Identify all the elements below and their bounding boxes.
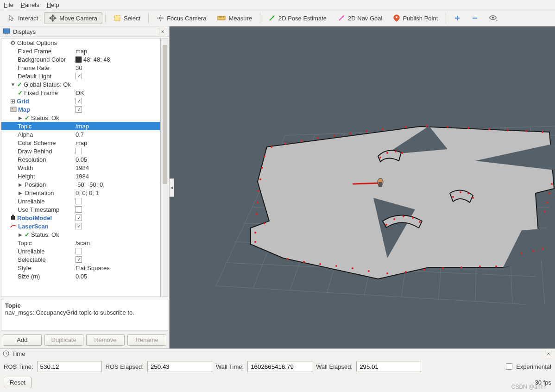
tool-label: Move Camera	[59, 15, 97, 22]
prop-fixed-frame[interactable]: Fixed Frame	[18, 48, 51, 55]
prop-map-topic[interactable]: Topic	[18, 123, 32, 130]
checkbox-ls-unreliable[interactable]	[76, 248, 82, 254]
tool-2d-pose-estimate[interactable]: 2D Pose Estimate	[263, 12, 332, 24]
checkbox-default-light[interactable]: ✓	[76, 73, 82, 79]
prop-use-timestamp[interactable]: Use Timestamp	[18, 206, 59, 213]
svg-point-74	[303, 261, 305, 263]
val-frame-rate[interactable]: 30	[75, 64, 160, 71]
val-bg-color[interactable]: 48; 48; 48	[75, 56, 160, 63]
prop-status-fixed-frame[interactable]: Fixed Frame	[24, 89, 58, 96]
experimental-label: Experimental	[516, 363, 551, 370]
wall-elapsed-field[interactable]	[356, 361, 421, 372]
rename-button[interactable]: Rename	[127, 334, 166, 346]
tool-remove-display[interactable]	[467, 13, 483, 24]
3d-viewport[interactable]: ◂	[170, 26, 555, 348]
val-orientation: 0; 0; 0; 1	[75, 190, 160, 196]
svg-point-62	[525, 130, 527, 132]
prop-color-scheme[interactable]: Color Scheme	[18, 139, 56, 146]
tool-add-display[interactable]	[449, 13, 466, 24]
svg-point-64	[264, 155, 265, 157]
svg-point-104	[532, 250, 534, 252]
prop-position[interactable]: Position	[25, 181, 46, 188]
tree-scrollbar[interactable]	[162, 38, 168, 297]
scrollbar-thumb[interactable]	[163, 45, 167, 184]
prop-draw-behind[interactable]: Draw Behind	[18, 148, 52, 155]
tool-focus-camera[interactable]: Focus Camera	[151, 12, 211, 24]
add-button[interactable]: Add	[3, 334, 42, 346]
tree-item-ls-status[interactable]: Status: Ok	[31, 231, 59, 238]
prop-ls-unreliable[interactable]: Unreliable	[18, 248, 45, 255]
wall-time-field[interactable]	[247, 361, 312, 372]
tree-item-laserscan[interactable]: LaserScan	[18, 223, 49, 230]
menu-panels[interactable]: Panels	[21, 1, 39, 8]
prop-ls-topic[interactable]: Topic	[18, 240, 32, 247]
prop-bg-color[interactable]: Background Color	[18, 56, 66, 63]
collapse-handle[interactable]: ◂	[170, 178, 174, 197]
val-ls-style[interactable]: Flat Squares	[75, 265, 160, 272]
menu-help[interactable]: Help	[47, 1, 59, 8]
expand-icon[interactable]: ▶	[18, 190, 23, 196]
grid-icon: ⊞	[10, 98, 15, 105]
checkbox-robotmodel[interactable]: ✓	[76, 215, 82, 221]
checkbox-ls-selectable[interactable]: ✓	[76, 256, 82, 263]
expand-icon[interactable]: ▶	[18, 182, 23, 187]
prop-ls-size[interactable]: Size (m)	[18, 273, 40, 280]
prop-map-alpha[interactable]: Alpha	[18, 131, 33, 138]
displays-tree[interactable]: ⚙Global Options Fixed Framemap Backgroun…	[1, 38, 161, 297]
val-color-scheme[interactable]: map	[75, 139, 160, 146]
checkbox-map[interactable]: ✓	[76, 106, 82, 113]
close-time-button[interactable]: ×	[545, 350, 552, 357]
checkbox-grid[interactable]: ✓	[76, 98, 82, 104]
prop-default-light[interactable]: Default Light	[18, 73, 51, 80]
val-fixed-frame[interactable]: map	[75, 48, 160, 55]
checkbox-laserscan[interactable]: ✓	[76, 223, 82, 229]
remove-button[interactable]: Remove	[86, 334, 125, 346]
checkbox-unreliable[interactable]	[76, 198, 82, 204]
prop-ls-selectable[interactable]: Selectable	[18, 256, 46, 263]
ros-elapsed-field[interactable]	[147, 361, 212, 372]
tool-2d-nav-goal[interactable]: 2D Nav Goal	[333, 12, 387, 24]
close-panel-button[interactable]: ×	[159, 28, 166, 35]
tool-publish-point[interactable]: Publish Point	[388, 12, 443, 24]
prop-ls-style[interactable]: Style	[18, 265, 31, 272]
val-ls-topic[interactable]: /scan	[75, 240, 160, 247]
ros-time-field[interactable]	[37, 361, 102, 372]
tool-interact[interactable]: Interact	[3, 12, 43, 24]
prop-width[interactable]: Width	[18, 164, 33, 171]
val-ls-size[interactable]: 0.05	[75, 273, 160, 280]
reset-button[interactable]: Reset	[4, 377, 32, 388]
svg-point-101	[546, 202, 548, 203]
tree-item-global-options[interactable]: Global Options	[17, 39, 57, 46]
duplicate-button[interactable]: Duplicate	[44, 334, 83, 346]
val-map-alpha[interactable]: 0.7	[75, 131, 160, 138]
prop-unreliable[interactable]: Unreliable	[18, 198, 45, 205]
tool-measure[interactable]: Measure	[212, 13, 257, 24]
svg-point-103	[521, 253, 523, 254]
prop-frame-rate[interactable]: Frame Rate	[18, 64, 50, 71]
tree-item-grid[interactable]: Grid	[17, 98, 29, 105]
tree-item-map[interactable]: Map	[18, 106, 30, 113]
desc-title: Topic	[5, 302, 164, 309]
tree-item-map-status[interactable]: Status: Ok	[31, 114, 59, 121]
menu-file[interactable]: File	[4, 1, 13, 8]
tree-item-global-status[interactable]: Global Status: Ok	[24, 81, 71, 88]
expand-icon[interactable]: ▶	[18, 232, 23, 237]
tool-move-camera[interactable]: Move Camera	[44, 12, 102, 24]
expand-icon[interactable]: ▼	[10, 82, 16, 87]
menubar: File Panels Help	[0, 0, 555, 10]
tree-item-robotmodel[interactable]: RobotModel	[17, 215, 52, 221]
prop-height[interactable]: Height	[18, 173, 35, 180]
tool-select[interactable]: Select	[108, 12, 145, 24]
time-title: Time	[12, 350, 25, 357]
tool-view-menu[interactable]	[484, 13, 503, 24]
prop-orientation[interactable]: Orientation	[25, 190, 54, 196]
toolbar: Interact Move Camera Select Focus Camera…	[0, 10, 555, 26]
expand-icon[interactable]: ▶	[18, 115, 23, 120]
checkbox-use-timestamp[interactable]	[76, 206, 82, 213]
val-map-topic[interactable]: /map	[75, 123, 160, 130]
experimental-checkbox[interactable]	[506, 363, 512, 370]
checkbox-draw-behind[interactable]	[76, 148, 82, 154]
svg-point-3	[159, 17, 161, 19]
prop-resolution[interactable]: Resolution	[18, 156, 46, 163]
tool-label: 2D Nav Goal	[348, 15, 382, 22]
